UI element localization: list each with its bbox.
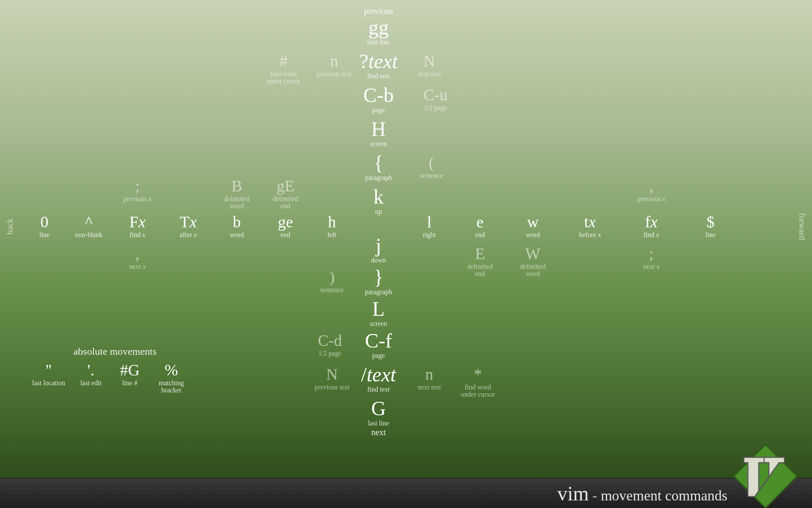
- cmd-L: L screen: [370, 298, 387, 328]
- desc: non-blank: [75, 232, 103, 239]
- cmd-G: G last line: [368, 398, 389, 427]
- key: $: [705, 214, 716, 231]
- desc: find text: [359, 73, 398, 80]
- desc: last edit: [80, 380, 102, 387]
- desc: next x: [129, 263, 146, 271]
- cmd-W: W delimited word: [520, 246, 546, 277]
- cmd-Fx: Fx find x: [129, 214, 145, 239]
- cmd-N-up: N next text: [418, 53, 441, 78]
- cmd-dollar: $ line: [705, 214, 716, 239]
- cmd-n-down: n next text: [418, 366, 441, 391]
- header-next: next: [371, 428, 386, 437]
- desc: end: [278, 232, 293, 239]
- desc: line #: [120, 380, 140, 387]
- cmd-lparen: ( sentence: [420, 155, 443, 179]
- key: ^: [75, 214, 103, 231]
- desc: after x: [180, 232, 197, 239]
- vim-logo-icon: [732, 442, 799, 508]
- desc: up: [373, 208, 384, 215]
- key: fx: [644, 214, 659, 231]
- key: l: [423, 214, 436, 231]
- desc2: under cursor: [461, 391, 495, 398]
- cmd-h: h left: [327, 214, 336, 239]
- cmd-l: l right: [423, 214, 436, 239]
- cmd-B: B delimited word: [224, 178, 250, 210]
- header-previous: previous: [364, 6, 393, 16]
- key: ): [320, 269, 343, 286]
- desc2: end: [273, 203, 298, 210]
- footer-bar: vim - movement commands: [0, 478, 812, 508]
- desc: next x: [643, 263, 660, 271]
- key: #: [266, 53, 300, 70]
- cmd-tick-tick: '' last location: [32, 362, 65, 387]
- desc: 1/2 page: [318, 350, 342, 357]
- cmd-cb: C-b page: [363, 85, 394, 114]
- desc: word: [526, 232, 540, 239]
- desc: right: [423, 232, 436, 239]
- desc: first line: [367, 39, 390, 46]
- footer-sub: movement commands: [601, 488, 727, 503]
- key: /text: [361, 364, 396, 385]
- key: gg: [367, 17, 390, 38]
- cmd-Tx: Tx after x: [180, 214, 197, 239]
- key: %: [159, 362, 184, 379]
- desc: next text: [418, 384, 441, 391]
- cmd-hashG: #G line #: [120, 362, 140, 387]
- cmd-cu: C-u 1/2 page: [424, 87, 448, 112]
- cmd-0: 0 line: [39, 214, 49, 239]
- cmd-tick-dot: '. last edit: [80, 362, 102, 387]
- key: '.: [80, 362, 102, 379]
- cmd-j: j down: [371, 235, 386, 264]
- desc2: word: [520, 271, 546, 278]
- key: }: [365, 267, 392, 288]
- desc: end: [475, 232, 485, 239]
- desc: down: [371, 257, 386, 264]
- cmd-lbrace: { paragraph: [365, 152, 392, 182]
- key: L: [370, 298, 387, 320]
- desc2: under cursor: [266, 78, 300, 85]
- desc: next text: [418, 71, 441, 78]
- key: ,: [129, 246, 146, 262]
- key: G: [368, 398, 389, 419]
- key: ;: [123, 178, 151, 195]
- key: b: [230, 214, 244, 231]
- desc: find x: [129, 232, 145, 239]
- cmd-star: * find word under cursor: [461, 366, 495, 398]
- desc2: end: [467, 271, 493, 278]
- key: *: [461, 366, 495, 383]
- key: tx: [579, 214, 601, 231]
- desc: previous x: [123, 196, 151, 203]
- desc: line: [39, 232, 49, 239]
- desc: sentence: [420, 172, 443, 179]
- svg-marker-0: [734, 444, 797, 508]
- key: C-u: [424, 87, 448, 104]
- cmd-search-back: ?text find text: [359, 51, 398, 80]
- cmd-fx: fx find x: [644, 214, 659, 239]
- cmd-ge: ge end: [278, 214, 293, 239]
- desc: delimited: [467, 263, 493, 271]
- key: N: [418, 53, 441, 70]
- key: {: [365, 152, 392, 174]
- desc: find x: [644, 232, 659, 239]
- key: ge: [278, 214, 293, 231]
- desc: word: [230, 232, 244, 239]
- cmd-k: k up: [373, 186, 384, 215]
- cmd-semi-right: ; next x: [643, 246, 660, 271]
- key: H: [370, 119, 387, 140]
- cmd-N-down: N previous text: [315, 366, 349, 391]
- key: C-d: [318, 332, 342, 349]
- cmd-hash: # find word under cursor: [266, 53, 300, 85]
- header-back: back: [5, 218, 15, 235]
- desc: find word: [461, 384, 495, 391]
- header-forward: forward: [797, 213, 807, 240]
- key: Fx: [129, 214, 145, 231]
- desc: find text: [361, 386, 396, 393]
- key: ;: [643, 246, 660, 262]
- key: 0: [39, 214, 49, 231]
- cmd-cd: C-d 1/2 page: [318, 332, 342, 357]
- cmd-comma-right: , previous x: [637, 178, 665, 203]
- desc: line: [705, 232, 716, 239]
- key: C-f: [365, 330, 392, 351]
- cmd-e: e end: [475, 214, 485, 239]
- cmd-tx: tx before x: [579, 214, 601, 239]
